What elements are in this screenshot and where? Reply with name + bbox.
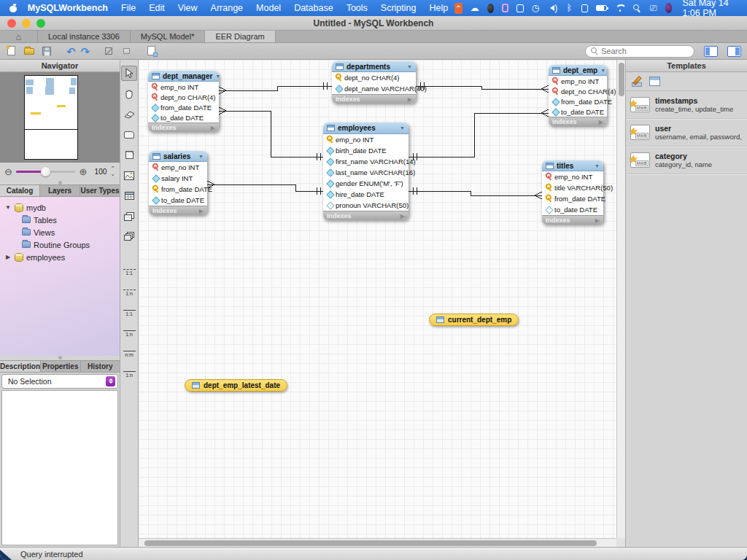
zoom-stepper[interactable]: ⌃⌄ — [110, 166, 115, 176]
mirror-status-icon[interactable] — [581, 4, 589, 12]
new-template-icon[interactable] — [649, 77, 660, 86]
selection-dropdown[interactable]: No Selection — [1, 374, 118, 389]
tree-item-mydb[interactable]: ▼ mydb — [0, 201, 120, 214]
cloud-status-icon[interactable]: ☁ — [471, 3, 479, 14]
collapse-triangle-icon[interactable]: ▼ — [215, 74, 220, 79]
toggle-right-panel-button[interactable] — [727, 46, 741, 57]
new-document-icon[interactable]: ★ — [6, 45, 18, 57]
tree-item-tables[interactable]: Tables — [0, 214, 120, 226]
wifi-icon[interactable] — [615, 3, 624, 14]
menu-tools[interactable]: Tools — [340, 3, 374, 13]
expand-arrow-icon[interactable]: ▶ — [408, 96, 412, 103]
collapse-triangle-icon[interactable]: ▼ — [198, 154, 204, 159]
open-document-icon[interactable] — [23, 45, 36, 57]
eraser-tool[interactable] — [121, 106, 137, 122]
tab-history[interactable]: History — [81, 361, 120, 372]
table-header[interactable]: dept_emp▼ — [549, 65, 607, 76]
view-tool[interactable] — [121, 209, 137, 224]
table-header[interactable]: departments▼ — [332, 61, 416, 72]
table-dept_emp[interactable]: dept_emp▼ emp_no INT dept_no CHAR(4) fro… — [549, 65, 607, 126]
spotlight-icon[interactable] — [632, 3, 641, 14]
collapse-triangle-icon[interactable]: ▼ — [600, 68, 605, 73]
table-titles[interactable]: titles▼ emp_no INT title VARCHAR(50) fro… — [542, 160, 603, 225]
menu-edit[interactable]: Edit — [142, 3, 171, 13]
tree-item-routine-groups[interactable]: Routine Groups — [0, 238, 120, 251]
indexes-footer[interactable]: Indexes▶ — [148, 122, 219, 132]
tab-user-types[interactable]: User Types — [80, 185, 120, 196]
rel-1-1-non-identifying-tool[interactable]: 1:1 — [121, 265, 137, 280]
selection-stepper-icon[interactable] — [106, 376, 115, 386]
browser-status-icon[interactable] — [487, 4, 494, 13]
template-item-timestamps[interactable]: ★MWB timestamps create_time, update_time — [626, 91, 747, 119]
tab-properties[interactable]: Properties — [41, 361, 81, 372]
view-dept_emp_latest_date[interactable]: dept_emp_latest_date — [185, 379, 287, 392]
menu-database[interactable]: Database — [287, 3, 340, 13]
avatar-status-icon[interactable] — [665, 3, 673, 13]
menu-model[interactable]: Model — [249, 3, 287, 13]
expand-arrow-icon[interactable]: ▶ — [599, 119, 603, 125]
zoom-out-icon[interactable]: ⊖ — [4, 167, 12, 176]
indexes-footer[interactable]: Indexes▶ — [323, 211, 409, 220]
clock-status-icon[interactable]: ◷ — [532, 3, 539, 14]
expand-arrow-icon[interactable]: ▶ — [595, 217, 600, 224]
vertical-scrollbar[interactable] — [616, 60, 625, 538]
indexes-footer[interactable]: Indexes▶ — [549, 117, 607, 126]
rel-1-n-identifying-tool[interactable]: 1:n — [121, 326, 137, 341]
collapse-caret-icon[interactable]: ▼ — [4, 204, 12, 211]
template-item-user[interactable]: ★MWB user username, email, password, cre… — [626, 119, 747, 147]
navigator-thumbnail[interactable] — [0, 72, 120, 163]
tab-description[interactable]: Description — [0, 361, 41, 372]
tab-home[interactable]: ⌂ — [0, 31, 38, 42]
user-switch-icon[interactable]: ⎚ — [649, 3, 657, 14]
note-tool[interactable] — [121, 147, 137, 163]
window-status-icon[interactable] — [516, 4, 524, 12]
table-header[interactable]: titles▼ — [542, 160, 603, 171]
toggle-layer-icon[interactable] — [103, 45, 115, 57]
table-dept_manager[interactable]: dept_manager▼ emp_no INT dept_no CHAR(4)… — [148, 71, 219, 132]
table-departments[interactable]: departments▼ dept_no CHAR(4) dept_name V… — [332, 61, 416, 104]
expand-caret-icon[interactable]: ▶ — [4, 254, 12, 260]
routine-group-tool[interactable] — [121, 229, 137, 244]
tab-local-instance[interactable]: Local instance 3306 — [38, 31, 131, 42]
indexes-footer[interactable]: Indexes▶ — [542, 215, 603, 225]
table-salaries[interactable]: salaries▼ emp_no INT salary INT from_dat… — [149, 151, 207, 215]
tab-layers[interactable]: Layers — [40, 185, 80, 196]
apple-menu-icon[interactable] — [9, 4, 17, 13]
undo-icon[interactable]: ↶ — [66, 46, 76, 57]
rel-n-m-identifying-tool[interactable]: n:m — [121, 346, 137, 362]
menu-scripting[interactable]: Scripting — [374, 3, 423, 13]
expand-arrow-icon[interactable]: ▶ — [211, 125, 215, 131]
image-tool[interactable] — [121, 168, 137, 183]
tab-eer-diagram[interactable]: EER Diagram — [205, 31, 275, 42]
indexes-footer[interactable]: Indexes▶ — [149, 206, 207, 215]
tree-item-views[interactable]: Views — [0, 226, 120, 238]
tab-mysql-model[interactable]: MySQL Model* — [131, 31, 206, 42]
bluetooth-icon[interactable]: ᛒ — [565, 3, 573, 14]
vertical-scrollbar-thumb[interactable] — [619, 63, 624, 96]
indexes-footer[interactable]: Indexes▶ — [332, 94, 416, 104]
expand-arrow-icon[interactable]: ▶ — [199, 208, 204, 214]
table-header[interactable]: employees▼ — [323, 122, 409, 134]
zoom-slider-knob[interactable] — [41, 167, 50, 176]
save-icon[interactable] — [41, 45, 53, 57]
display-status-icon[interactable]: ⌃ — [454, 3, 462, 14]
app-status-icon[interactable] — [502, 4, 509, 12]
zoom-slider[interactable] — [16, 171, 75, 173]
table-tool[interactable] — [121, 188, 137, 203]
toggle-grid-icon[interactable] — [120, 45, 133, 57]
rel-1-1-identifying-tool[interactable]: 1:1 — [121, 306, 137, 321]
select-tool[interactable] — [121, 66, 137, 81]
collapse-triangle-icon[interactable]: ▼ — [400, 125, 405, 131]
navigator-page[interactable] — [24, 75, 78, 160]
rel-1-n-non-identifying-tool[interactable]: 1:n — [121, 285, 137, 300]
menu-help[interactable]: Help — [422, 3, 454, 13]
rel-existing-columns-tool[interactable]: 1:n — [121, 367, 137, 382]
new-note-icon[interactable] — [146, 45, 158, 57]
view-current_dept_emp[interactable]: current_dept_emp — [429, 314, 519, 326]
table-header[interactable]: salaries▼ — [149, 151, 207, 162]
volume-icon[interactable]: ) — [547, 3, 557, 14]
search-input[interactable] — [601, 47, 681, 55]
expand-arrow-icon[interactable]: ▶ — [400, 213, 405, 219]
template-item-category[interactable]: ★MWB category category_id, name — [626, 147, 747, 174]
layer-tool[interactable] — [121, 127, 137, 142]
